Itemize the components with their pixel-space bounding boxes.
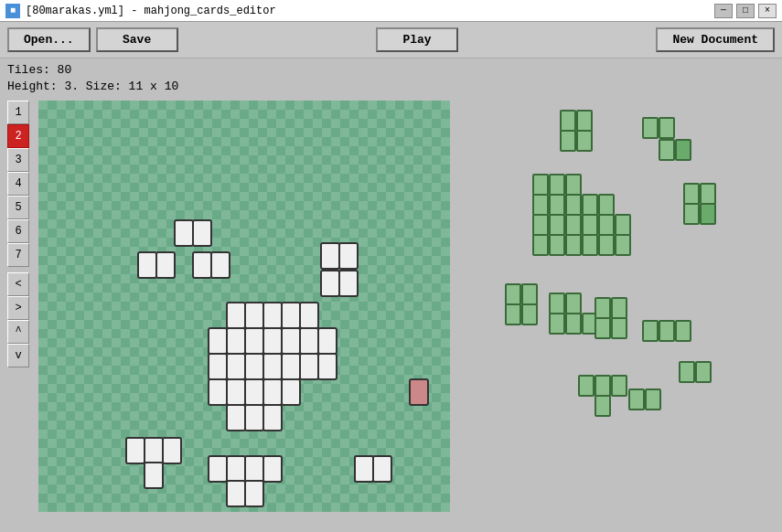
layer-btn-4[interactable]: 4	[7, 172, 29, 196]
preview-tile	[582, 234, 598, 256]
preview-tile	[532, 174, 549, 196]
tile[interactable]	[262, 353, 283, 380]
tile[interactable]	[354, 455, 374, 483]
preview-tile	[642, 320, 659, 342]
toolbar: Open... Save Play New Document	[0, 22, 782, 59]
tile[interactable]	[281, 327, 301, 355]
tile[interactable]	[299, 353, 319, 380]
nav-down[interactable]: v	[7, 344, 29, 367]
tile[interactable]	[338, 270, 359, 297]
preview-tile	[700, 203, 716, 225]
tile[interactable]	[372, 455, 392, 483]
tile[interactable]	[262, 404, 283, 431]
tile[interactable]	[162, 437, 182, 464]
preview-tile	[521, 283, 538, 305]
preview-tile	[549, 174, 565, 196]
tile[interactable]	[262, 327, 283, 355]
tile[interactable]	[137, 251, 157, 279]
preview-tile	[565, 214, 582, 236]
tile[interactable]	[174, 219, 194, 247]
tile[interactable]	[299, 302, 319, 329]
tile[interactable]	[317, 353, 337, 380]
nav-up[interactable]: ^	[7, 320, 29, 344]
tile[interactable]	[244, 302, 264, 329]
canvas-area[interactable]	[38, 101, 450, 512]
tile[interactable]	[125, 437, 145, 464]
preview-tile	[683, 203, 700, 225]
preview-tile	[532, 234, 549, 256]
tile[interactable]	[226, 455, 246, 483]
tile[interactable]	[144, 437, 164, 464]
tile[interactable]	[281, 378, 301, 406]
tile[interactable]	[192, 219, 212, 247]
tile[interactable]	[244, 480, 264, 507]
tile[interactable]	[262, 455, 283, 483]
tile[interactable]	[244, 404, 264, 431]
minimize-button[interactable]: ─	[714, 4, 733, 18]
tile[interactable]	[226, 302, 246, 329]
preview-tile	[560, 130, 576, 152]
preview-tile	[675, 139, 691, 161]
play-button[interactable]: Play	[376, 27, 458, 52]
title-bar-left: ■ [80marakas.yml] - mahjong_cards_editor	[5, 4, 276, 18]
tile[interactable]	[244, 327, 264, 355]
main-area: 1 2 3 4 5 6 7 < > ^ v	[0, 97, 782, 525]
tile[interactable]	[244, 378, 264, 406]
layer-btn-6[interactable]: 6	[7, 219, 29, 243]
nav-right[interactable]: >	[7, 296, 29, 320]
layer-btn-1[interactable]: 1	[7, 101, 29, 124]
preview-tile	[615, 234, 631, 256]
tile[interactable]	[317, 327, 337, 355]
tile[interactable]	[226, 327, 246, 355]
preview-tile	[675, 320, 691, 342]
maximize-button[interactable]: □	[736, 4, 755, 18]
tile[interactable]	[281, 302, 301, 329]
tile[interactable]	[320, 270, 340, 297]
new-document-button[interactable]: New Document	[656, 27, 775, 52]
tile[interactable]	[192, 251, 212, 279]
preview-tile	[582, 214, 598, 236]
preview-tile	[679, 361, 695, 383]
tile[interactable]	[244, 353, 264, 380]
tile[interactable]	[226, 378, 246, 406]
tile[interactable]	[208, 455, 228, 483]
layer-btn-3[interactable]: 3	[7, 148, 29, 172]
layer-btn-5[interactable]: 5	[7, 196, 29, 219]
tile[interactable]	[210, 251, 230, 279]
tile[interactable]	[226, 404, 246, 431]
nav-left[interactable]: <	[7, 272, 29, 296]
layer-btn-7[interactable]: 7	[7, 243, 29, 267]
tile[interactable]	[338, 242, 359, 270]
tile[interactable]	[208, 353, 228, 380]
tile[interactable]	[144, 462, 164, 489]
tile[interactable]	[208, 378, 228, 406]
preview-tile	[565, 313, 582, 335]
tile[interactable]	[226, 480, 246, 507]
preview-tile	[549, 313, 565, 335]
window-controls[interactable]: ─ □ ×	[714, 4, 777, 18]
preview-tile	[628, 388, 645, 410]
save-button[interactable]: Save	[96, 27, 178, 52]
tile[interactable]	[208, 327, 228, 355]
tile[interactable]	[320, 242, 340, 270]
tile-red[interactable]	[409, 378, 429, 406]
layer-buttons[interactable]: 1 2 3 4 5 6 7 < > ^ v	[7, 101, 29, 521]
layer-btn-2[interactable]: 2	[7, 124, 29, 148]
tile[interactable]	[281, 353, 301, 380]
tile[interactable]	[262, 378, 283, 406]
tile[interactable]	[262, 302, 283, 329]
preview-tile	[532, 194, 549, 216]
preview-tile	[565, 174, 582, 196]
preview-tile	[505, 283, 521, 305]
preview-tile	[615, 214, 631, 236]
tile[interactable]	[155, 251, 176, 279]
preview-tile	[532, 214, 549, 236]
close-button[interactable]: ×	[758, 4, 777, 18]
tile[interactable]	[299, 327, 319, 355]
tiles-layer	[38, 101, 450, 512]
tile[interactable]	[226, 353, 246, 380]
preview-tile	[521, 303, 538, 325]
preview-tile	[549, 194, 565, 216]
open-button[interactable]: Open...	[7, 27, 91, 52]
tile[interactable]	[244, 455, 264, 483]
